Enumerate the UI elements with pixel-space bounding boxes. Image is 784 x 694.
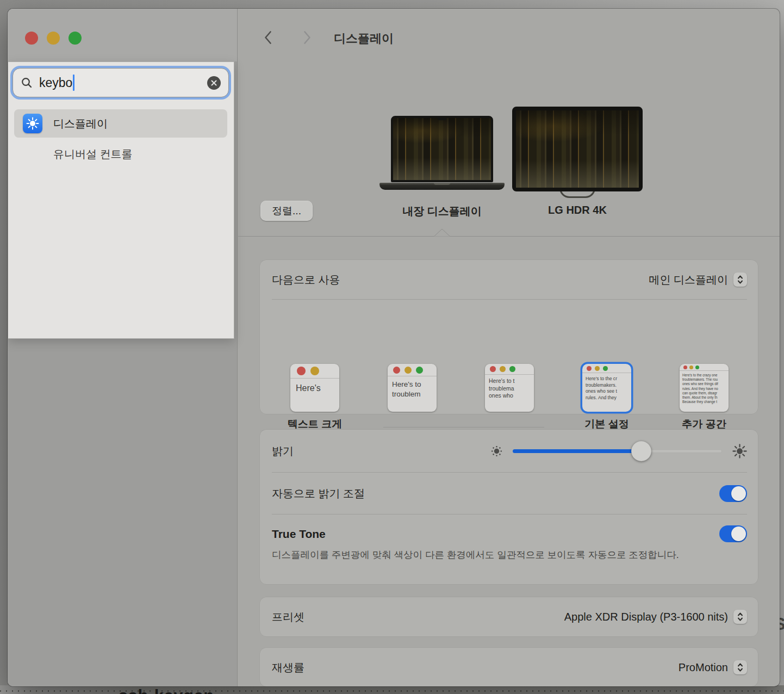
stepper-icon[interactable]	[733, 610, 747, 624]
wallpaper-forest	[393, 118, 491, 180]
preset-value: Apple XDR Display (P3-1600 nits)	[564, 611, 728, 623]
preset-label: 프리셋	[272, 610, 304, 624]
toggle-knob	[731, 486, 746, 501]
scaling-option-2[interactable]: Here's to troublem	[388, 364, 437, 412]
search-result-universal-control[interactable]: 유니버설 컨트롤	[14, 140, 227, 168]
minimize-button[interactable]	[47, 32, 60, 45]
search-result-display[interactable]: 디스플레이	[14, 109, 227, 138]
forward-button[interactable]	[299, 29, 315, 46]
sidebar: keybo	[8, 9, 238, 686]
system-settings-window: keybo	[8, 9, 780, 686]
search-result-label: 디스플레이	[53, 116, 108, 131]
scaling-option-larger-text[interactable]: Here's	[290, 364, 339, 412]
use-as-value: 메인 디스플레이	[649, 272, 728, 287]
scaling-option-default-selected[interactable]: Here's to the cr troublemakers. ones who…	[582, 364, 631, 412]
refresh-rate-value: ProMotion	[679, 661, 728, 674]
mini-titlebar	[290, 364, 339, 379]
display-settings-pane: 디스플레이 내장 디스플레이 LG HDR 4K 정렬... 다음으로 사용	[238, 9, 780, 686]
mini-close-dot	[297, 367, 306, 375]
refresh-rate-dropdown[interactable]: ProMotion	[679, 660, 747, 674]
builtin-display-thumbnail[interactable]	[391, 116, 493, 182]
brightness-card: 밝기	[260, 430, 758, 584]
true-tone-description: 디스플레이를 주변광에 맞춰 색상이 다른 환경에서도 일관적으로 보이도록 자…	[272, 547, 685, 563]
stepper-icon[interactable]	[733, 660, 747, 674]
section-divider	[238, 236, 780, 237]
scaling-options: Here's Here's to troublem	[260, 300, 758, 414]
brightness-low-icon	[491, 445, 502, 457]
preset-row: 프리셋 Apple XDR Display (P3-1600 nits)	[260, 597, 758, 636]
resolution-card: 다음으로 사용 메인 디스플레이	[260, 260, 758, 414]
desktop-background: S ssh-keygen keybo	[0, 0, 784, 694]
scaling-option-more-space[interactable]: Here's to the crazy one troublemakers. T…	[680, 364, 729, 412]
slider-track[interactable]	[513, 449, 722, 453]
external-display-thumbnail[interactable]	[512, 107, 643, 191]
preset-dropdown[interactable]: Apple XDR Display (P3-1600 nits)	[564, 610, 747, 624]
page-title: 디스플레이	[334, 30, 394, 47]
stepper-icon[interactable]	[733, 272, 747, 287]
search-input[interactable]: keybo	[13, 68, 229, 97]
brightness-row: 밝기	[260, 430, 758, 472]
true-tone-toggle[interactable]	[719, 525, 747, 542]
laptop-base	[379, 183, 505, 190]
use-as-label: 다음으로 사용	[272, 272, 340, 287]
mini-titlebar	[388, 364, 437, 376]
true-tone-section: True Tone 디스플레이를 주변광에 맞춰 색상이 다른 환경에서도 일관…	[260, 515, 758, 563]
arrange-button[interactable]: 정렬...	[260, 201, 313, 221]
slider-knob[interactable]	[631, 441, 651, 461]
builtin-display-label: 내장 디스플레이	[382, 204, 502, 219]
background-window-behind: ssh-keygen	[0, 685, 784, 694]
display-brightness-icon	[23, 114, 42, 133]
toggle-knob	[731, 526, 746, 541]
scaling-middle-line	[383, 427, 544, 427]
scaling-option-3[interactable]: Here's to t troublema ones who	[485, 364, 534, 412]
window-controls	[25, 32, 82, 45]
clear-search-button[interactable]	[207, 76, 221, 90]
zoom-button[interactable]	[69, 32, 82, 45]
brightness-label: 밝기	[272, 444, 294, 458]
chevron-right-icon	[303, 30, 312, 45]
auto-brightness-row: 자동으로 밝기 조절	[260, 473, 758, 514]
external-display-label: LG HDR 4K	[518, 204, 637, 216]
brightness-slider	[491, 444, 747, 458]
search-icon	[21, 77, 33, 89]
close-icon	[211, 80, 217, 86]
true-tone-label: True Tone	[272, 528, 326, 541]
refresh-rate-row: 재생률 ProMotion	[260, 648, 758, 686]
use-as-row: 다음으로 사용 메인 디스플레이	[260, 260, 758, 299]
chevron-left-icon	[264, 30, 272, 45]
close-button[interactable]	[25, 32, 38, 45]
slider-fill	[513, 449, 642, 453]
background-partial-text-bottom: ssh-keygen	[119, 686, 214, 694]
mini-minimize-dot	[310, 367, 319, 375]
back-button[interactable]	[260, 29, 276, 46]
search-results-popup: keybo	[8, 61, 234, 339]
preset-card: 프리셋 Apple XDR Display (P3-1600 nits)	[260, 597, 758, 636]
refresh-rate-card: 재생률 ProMotion	[260, 648, 758, 686]
search-result-label: 유니버설 컨트롤	[53, 147, 133, 162]
selected-display-pointer	[434, 228, 450, 237]
wallpaper-forest	[516, 110, 639, 188]
laptop-notch	[438, 117, 446, 120]
use-as-dropdown[interactable]: 메인 디스플레이	[649, 272, 747, 287]
mini-titlebar	[680, 364, 729, 371]
brightness-high-icon	[732, 444, 747, 458]
search-query-text: keybo	[39, 76, 72, 90]
mini-titlebar	[582, 364, 631, 373]
refresh-rate-label: 재생률	[272, 660, 304, 675]
auto-brightness-label: 자동으로 밝기 조절	[272, 486, 365, 501]
text-cursor	[73, 75, 74, 91]
auto-brightness-toggle[interactable]	[719, 485, 747, 502]
mini-titlebar	[485, 364, 534, 375]
